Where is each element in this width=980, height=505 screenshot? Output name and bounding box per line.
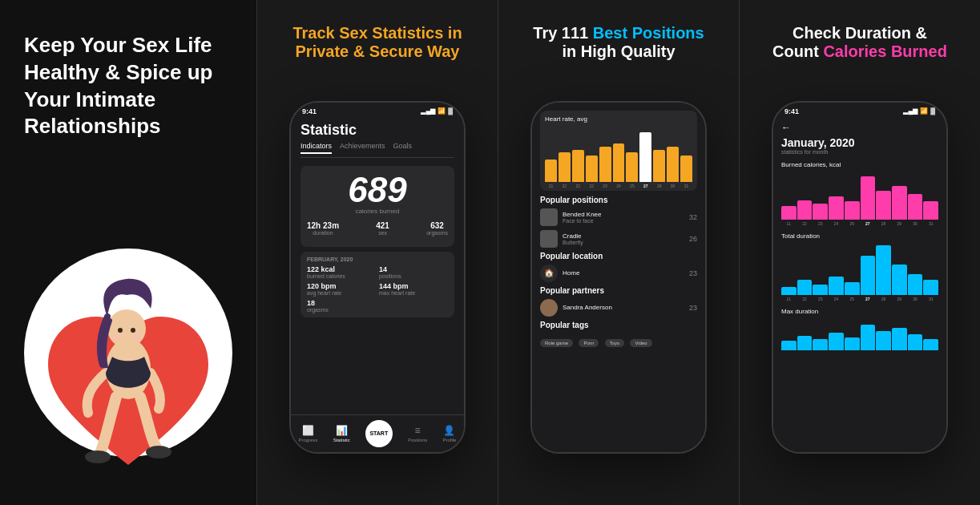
panel-1-illustration [0, 200, 256, 505]
phone-4: 9:41 ▂▄▆ 📶 ▓ ← January, 2020 statistics … [772, 101, 948, 454]
wifi-icon-4: 📶 [920, 107, 928, 115]
phone-2-time: 9:41 [302, 107, 317, 115]
popular-tags-section: Popular tags Role game Porn Toys Video [540, 321, 697, 348]
statistic-icon: 📊 [336, 425, 348, 436]
tag-video: Video [630, 339, 651, 347]
stat-duration: 12h 23m duration [307, 221, 339, 236]
back-arrow[interactable]: ← [781, 122, 938, 133]
max-bar-8 [892, 328, 907, 350]
bar-1 [545, 160, 557, 182]
cal-bar-1 [781, 206, 797, 220]
tab-indicators[interactable]: Indicators [300, 142, 332, 154]
bottom-nav: ⬜ Progress 📊 Statistic START ≡ Positions… [291, 414, 464, 452]
stat-sex: 421 sex [376, 221, 389, 236]
chart-bars [545, 126, 692, 182]
stat-orgasms: 632 orgasms [426, 221, 448, 236]
tab-goals[interactable]: Goals [393, 142, 413, 154]
position-avatar-1 [540, 208, 558, 226]
svg-point-4 [118, 328, 123, 333]
bar-5 [599, 147, 611, 181]
phone-3-content: Heart rate, avg [532, 103, 705, 353]
tag-role-game: Role game [540, 339, 573, 347]
panel-2-title-colored: Private & Secure Way [296, 42, 460, 60]
phone-3-wrapper: Heart rate, avg [514, 73, 723, 481]
nav-statistic[interactable]: 📊 Statistic [333, 425, 350, 442]
phone-3: Heart rate, avg [530, 101, 707, 454]
phone-2-screen: 9:41 ▂▄▆ 📶 ▓ Statistic Indicators Achiev… [291, 103, 464, 452]
max-bar-4 [829, 333, 844, 350]
nav-start-button[interactable]: START [365, 420, 393, 447]
phone-4-wrapper: 9:41 ▂▄▆ 📶 ▓ ← January, 2020 statistics … [756, 73, 964, 481]
dur-bar-9 [908, 274, 923, 295]
month-stat-kcal: 122 kcal burned calories [307, 265, 376, 279]
month-stat-max-hr: 144 bpm max heart rate [379, 282, 448, 296]
battery-icon: ▓ [448, 107, 453, 115]
heart-rate-chart: Heart rate, avg [540, 111, 697, 191]
svg-point-1 [107, 309, 146, 348]
person-illustration [40, 240, 216, 489]
nav-profile[interactable]: 👤 Profile [442, 425, 456, 442]
panel-3-title-colored: Best Positions [593, 24, 704, 42]
duration-chart-section: Total duration [781, 232, 938, 301]
popular-partners-section: Popular partners Sandra Anderson 23 [540, 286, 697, 317]
cal-bar-highlight [861, 176, 876, 220]
month-stat-avg-hr: 120 bpm avg heart rate [307, 282, 376, 296]
calories-bars [781, 172, 938, 220]
panel-4-title: Check Duration &Count Calories Burned [772, 24, 947, 61]
max-bar-9 [908, 334, 923, 350]
cal-bar-4 [829, 196, 844, 220]
max-bar-5 [845, 337, 860, 350]
dur-bar-4 [829, 277, 844, 294]
phone-3-screen: Heart rate, avg [532, 103, 705, 452]
bar-9 [653, 150, 665, 182]
phone-4-status-icons: ▂▄▆ 📶 ▓ [903, 107, 935, 115]
dur-bar-10 [923, 280, 938, 294]
dur-bar-7 [876, 245, 891, 295]
profile-icon: 👤 [443, 425, 455, 436]
panel-3: Try 111 Best Positions in High Quality H… [498, 0, 739, 505]
svg-point-3 [146, 446, 171, 459]
cal-bar-3 [813, 204, 828, 220]
tab-achievements[interactable]: Achievements [340, 142, 385, 154]
cal-bar-5 [845, 201, 860, 220]
cal-bar-7 [876, 191, 891, 220]
svg-point-5 [131, 328, 135, 333]
month-section: FEBRUARY, 2020 122 kcal burned calories … [300, 252, 454, 317]
panel-2: Track Sex Statistics in Private & Secure… [256, 0, 498, 505]
tag-porn: Porn [579, 339, 599, 347]
dur-bar-8 [892, 265, 907, 295]
tags-container: Role game Porn Toys Video [540, 333, 697, 348]
month-stat-positions: 14 positions [379, 265, 448, 279]
position-item-1: Bended Knee Face to face 32 [540, 208, 697, 226]
phone-2: 9:41 ▂▄▆ 📶 ▓ Statistic Indicators Achiev… [289, 101, 466, 454]
heading-line-1: Keep Your Sex Life [24, 33, 212, 57]
svg-point-6 [113, 334, 121, 339]
cal-bar-10 [923, 201, 938, 220]
bar-4 [586, 156, 598, 181]
stats-row: 12h 23m duration 421 sex 632 orgasms [307, 221, 448, 236]
phone-4-content: ← January, 2020 statistics for month Bur… [773, 117, 946, 362]
max-bar-7 [876, 331, 891, 350]
max-bar-1 [781, 341, 797, 350]
big-number-label: calories burned [307, 208, 448, 215]
bar-11 [680, 156, 692, 181]
positions-icon: ≡ [415, 425, 421, 436]
nav-progress[interactable]: ⬜ Progress [299, 425, 318, 442]
location-item-1: 🏠 Home 23 [540, 265, 697, 282]
partner-avatar-1 [540, 299, 558, 317]
panel-2-title-plain: Track Sex Statistics in [292, 24, 462, 42]
max-bar-highlight [861, 325, 876, 350]
dur-bar-3 [813, 285, 828, 295]
tag-toys: Toys [605, 339, 624, 347]
nav-positions[interactable]: ≡ Positions [408, 425, 427, 442]
calories-chart-section: Burned calories, kcal [781, 161, 938, 226]
x-labels: 21 22 22 22 23 24 25 27 29 30 31 [545, 184, 692, 188]
cal-bar-2 [797, 200, 813, 220]
bar-2 [559, 152, 571, 181]
heading-line-2: Healthy & Spice up [24, 60, 213, 84]
panel-3-title-plain2: in High Quality [562, 42, 675, 60]
dur-x-labels: 11 22 23 24 25 27 28 29 30 31 [781, 297, 938, 301]
bar-6 [613, 143, 625, 182]
dur-bar-2 [797, 280, 813, 294]
cal-bar-8 [892, 186, 907, 220]
